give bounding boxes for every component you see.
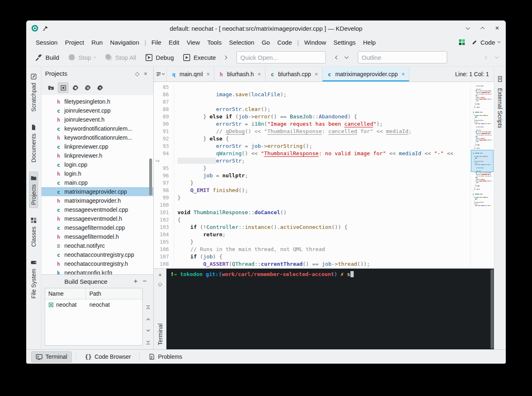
menu-selection[interactable]: Selection [225,38,258,47]
menu-code[interactable]: Code [273,38,296,47]
stop-all-button[interactable]: Stop All [101,51,140,63]
build-sequence-row[interactable]: neochatneochat [45,299,142,310]
outline-input[interactable] [358,51,447,63]
file-tree-item[interactable]: clinkpreviewer.cpp [41,142,153,151]
menu-settings[interactable]: Settings [330,38,359,47]
file-tree-item[interactable]: ckeywordnotificationrulem... [41,124,153,133]
toolview-button-problems[interactable]: Problems [144,351,186,362]
code-editor[interactable]: 8586 image.save(localFile);8788 errorStr… [154,82,494,268]
minimap-viewport[interactable] [471,150,493,172]
column-header-name[interactable]: Name [45,288,86,299]
file-tree-item[interactable]: cjoinrulesevent.cpp [41,106,153,115]
file-name: neochat.notifyrc [64,242,105,249]
file-tree-item[interactable]: hmessageeventmodel.h [41,214,153,223]
outline-dropdown-icon[interactable] [343,54,350,61]
toolview-button-code-browser[interactable]: {}Code Browser [80,351,136,362]
menu-session[interactable]: Session [32,38,61,47]
close-icon[interactable]: × [493,25,501,32]
editor-tab-blurhash-h[interactable]: hblurhash.h× [214,67,266,81]
file-tree-item[interactable]: cmain.cpp [41,178,153,187]
close-panel-icon[interactable]: × [141,70,150,78]
file-tree-item[interactable]: cmessagefiltermodel.cpp [41,223,153,232]
move-down-icon[interactable] [145,327,152,334]
pin-icon[interactable] [42,25,48,32]
close-terminal-icon[interactable]: × [157,272,164,278]
menu-window[interactable]: Window [300,38,330,47]
maximize-icon[interactable] [479,25,486,32]
toolview-button-terminal[interactable]: Terminal [31,351,72,362]
code-view[interactable]: 8586 image.save(localFile);8788 errorStr… [154,84,470,268]
dock-tab-projects[interactable]: Projects [29,172,38,208]
file-tree-item[interactable]: hneochataccountregistry.h [41,259,153,268]
terminal-screen[interactable]: !→ tokodon git:(work/carl/remember-selec… [166,269,490,349]
dock-tab-external-scripts[interactable]: External Scripts [496,72,505,131]
minimize-icon[interactable] [464,25,471,32]
remove-from-build-sequence-button[interactable]: − [140,277,149,286]
dock-tab-file-system[interactable]: File System [29,256,38,302]
file-tree-item[interactable]: hkeywordnotificationrulem... [41,133,153,142]
tree-scrollbar[interactable] [149,158,152,195]
file-tree-item[interactable]: hmessagefiltermodel.h [41,232,153,241]
terminal-scrollbar[interactable] [490,269,494,349]
move-up-icon[interactable] [145,316,152,323]
add-to-build-sequence-button[interactable]: + [131,277,140,286]
detach-panel-icon[interactable]: ◇ [133,70,141,78]
editor-tab-main-qml[interactable]: qmain.qml× [167,67,214,81]
show-targets-button[interactable] [58,82,68,93]
move-to-top-icon[interactable] [145,304,152,311]
menu-tools[interactable]: Tools [204,38,225,47]
file-tree-item[interactable]: hlinkpreviewer.h [41,151,153,160]
quick-open-input[interactable] [236,51,326,63]
execute-button[interactable]: Execute [179,51,219,64]
file-tree-item[interactable]: cneochataccountregistry.cpp [41,250,153,259]
menu-edit[interactable]: Edit [165,38,183,47]
menu-navigation[interactable]: Navigation [107,38,143,47]
more-dropdown-icon[interactable] [493,54,501,61]
minimap[interactable] [470,82,494,268]
project-file-tree[interactable]: hfiletypesingleton.hcjoinrulesevent.cpph… [41,95,153,274]
tab-close-icon[interactable]: × [401,71,405,77]
build-button[interactable]: Build [31,51,63,64]
menu-go[interactable]: Go [258,38,273,47]
editor-tab-matriximageprovider-cpp[interactable]: cmatriximageprovider.cpp× [323,67,409,81]
dock-tab-scratchpad[interactable]: Scratchpad [29,70,38,115]
toolbar-expand-icon[interactable] [221,54,229,61]
menu-help[interactable]: Help [359,38,380,47]
file-tree-item[interactable]: kneochatconfig.kcfg [41,268,153,274]
menu-file[interactable]: File [148,38,165,47]
area-switcher-button[interactable]: Code [472,39,500,46]
file-tree-item[interactable]: hjoinrulesevent.h [41,115,153,124]
file-tree-item[interactable]: clogin.cpp [41,160,153,169]
file-tree-item[interactable]: hmatriximageprovider.h [41,196,153,205]
gear-build-button[interactable] [70,82,81,93]
menu-project[interactable]: Project [61,38,88,47]
file-tree-item[interactable]: hlogin.h [41,169,153,178]
file-tree-item[interactable]: hfiletypesingleton.h [41,97,153,106]
gear-configure-button[interactable] [95,82,105,93]
next-item-icon[interactable] [481,54,489,61]
tab-close-icon[interactable]: × [315,71,318,77]
move-to-bottom-icon[interactable] [145,339,152,346]
stop-button[interactable]: Stop [64,51,100,63]
workspace-grid-icon[interactable] [459,39,465,45]
dock-tab-classes[interactable]: Classes [29,214,38,250]
menu-run[interactable]: Run [88,38,107,47]
build-sequence-table[interactable]: Name Path neochatneochat [45,288,143,346]
dock-tab-documents[interactable]: Documents [29,121,38,166]
file-tree-item[interactable]: ≡neochat.notifyrc [41,241,153,250]
debug-button[interactable]: Debug [141,51,177,64]
tab-close-icon[interactable]: × [207,71,210,77]
cpp-file-icon: c [327,71,332,77]
locate-document-button[interactable] [45,82,56,93]
gear-install-button[interactable] [82,82,93,93]
file-tree-item[interactable]: cmatriximageprovider.cpp [41,187,153,196]
tab-close-icon[interactable]: × [257,71,261,77]
titlebar[interactable]: default: neochat - [ neochat:src/matrixi… [26,20,506,36]
detach-terminal-icon[interactable]: ◇ [157,281,164,287]
editor-tab-blurhash-cpp[interactable]: cblurhash.cpp× [266,67,323,81]
prev-item-icon[interactable] [333,54,341,61]
column-header-path[interactable]: Path [86,288,105,299]
menu-view[interactable]: View [183,38,203,47]
document-list-icon[interactable] [154,67,167,81]
file-tree-item[interactable]: cmessageeventmodel.cpp [41,205,153,214]
